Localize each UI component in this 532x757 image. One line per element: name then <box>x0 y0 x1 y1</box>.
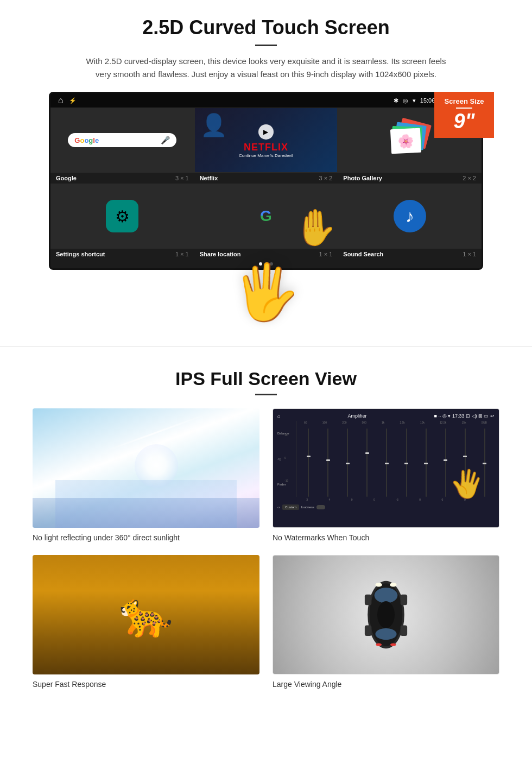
flower-image: 🌸 <box>390 128 421 154</box>
screen-size-badge: Screen Size 9" <box>434 92 494 138</box>
device-wrapper: Screen Size 9" ⌂ ⚡ ✱ ◎ ▾ 15:06 ⊡ ◁) ⊠ <box>43 92 489 319</box>
amp-custom-button[interactable]: Custom <box>282 504 299 510</box>
amp-loudness-label: loudness <box>301 506 314 509</box>
slider-thumb-10 <box>483 463 486 464</box>
svg-point-3 <box>375 628 396 640</box>
slider-thumb-8 <box>444 459 447 461</box>
amp-title: Amplifier <box>347 413 366 419</box>
svg-point-12 <box>390 643 396 646</box>
home-icon: ⌂ <box>58 96 64 105</box>
label-settings-size: 1 × 1 <box>175 251 189 257</box>
app-cell-sound[interactable]: ♪ <box>338 184 482 249</box>
sky-bottom <box>33 498 259 528</box>
settings-cell-content: ⚙ <box>51 184 194 248</box>
slider-thumb-9 <box>463 456 467 457</box>
label-google-size: 3 × 1 <box>175 175 189 181</box>
section-divider <box>0 346 532 346</box>
feature-caption-1: No light reflecting under 360° direct su… <box>33 533 259 542</box>
feature-no-reflection: No light reflecting under 360° direct su… <box>33 408 259 542</box>
slider-7 <box>426 428 427 497</box>
time-display: 15:06 <box>420 97 435 104</box>
svg-point-2 <box>375 588 398 603</box>
app-cell-share[interactable]: G 🤚 <box>194 184 338 249</box>
device-frame: ⌂ ⚡ ✱ ◎ ▾ 15:06 ⊡ ◁) ⊠ ▭ <box>49 92 483 270</box>
slider-thumb-7 <box>424 463 428 464</box>
svg-point-4 <box>377 601 395 628</box>
bluetooth-icon: ✱ <box>394 97 398 104</box>
slider-thumb-2 <box>326 459 330 461</box>
maps-icon-wrap: G <box>260 207 272 225</box>
amp-back-icon: ‹‹ <box>277 505 280 510</box>
netflix-cell-content: 👤 ▶ NETFLIX Continue Marvel's Daredevil <box>195 108 338 172</box>
badge-size: 9" <box>453 110 474 133</box>
location-icon: ◎ <box>403 97 408 104</box>
amp-status-icons: ■ ·· ◎ ▾ 17:33 ⊡ ◁) ⊠ ▭ ↩ <box>434 413 495 419</box>
badge-title: Screen Size <box>439 97 490 105</box>
label-photo-name: Photo Gallery <box>343 175 382 181</box>
label-settings: Settings shortcut 1 × 1 <box>50 249 194 260</box>
amplifier-image: ⌂ Amplifier ■ ·· ◎ ▾ 17:33 ⊡ ◁) ⊠ ▭ ↩ Ba… <box>273 409 499 527</box>
section1-title: 2.5D Curved Touch Screen <box>33 16 499 39</box>
hand-pointer-icon: 🤚 <box>293 207 337 248</box>
amp-time: 17:33 <box>452 413 465 419</box>
netflix-play-button[interactable]: ▶ <box>258 124 274 140</box>
svg-rect-7 <box>365 626 371 636</box>
label-netflix-name: Netflix <box>200 175 218 181</box>
section1-description: With 2.5D curved-display screen, this de… <box>81 55 451 81</box>
svg-point-10 <box>390 583 396 586</box>
slider-10 <box>484 428 485 497</box>
amp-sliders-area: 601002005001k2.5k10k12.5k15kSUB 100-10 <box>296 421 495 497</box>
label-netflix-size: 3 × 2 <box>319 175 333 181</box>
google-maps-icon: G <box>260 207 272 224</box>
amp-hand-icon: 🖐 <box>447 465 486 502</box>
photo-stack: 🌸 <box>391 121 429 159</box>
slider-3 <box>347 428 348 497</box>
svg-rect-5 <box>365 595 371 605</box>
feature-image-sky <box>33 408 259 528</box>
label-share-name: Share location <box>200 251 241 257</box>
app-cell-netflix[interactable]: 👤 ▶ NETFLIX Continue Marvel's Daredevil <box>194 108 338 173</box>
hand-reaching-image: 🖐 <box>43 264 489 319</box>
label-share-size: 1 × 1 <box>319 251 333 257</box>
slider-thumb-4 <box>365 452 369 454</box>
settings-icon: ⚙ <box>106 200 138 232</box>
label-google: Google 3 × 1 <box>50 173 194 184</box>
netflix-content: ▶ NETFLIX Continue Marvel's Daredevil <box>239 122 293 158</box>
feature-caption-4: Large Viewing Angle <box>273 680 499 689</box>
car-top-view <box>273 556 499 674</box>
feature-image-car <box>273 555 499 674</box>
amp-body: Balance ◁) Fader 601002005001k2.5k10k12.… <box>277 421 495 497</box>
google-cell-content: Google 🎤 <box>51 108 194 172</box>
section-ips-screen: IPS Full Screen View No light reflecting… <box>0 363 532 705</box>
netflix-logo: NETFLIX <box>239 142 293 153</box>
slider-thumb-3 <box>346 463 350 464</box>
feature-image-cheetah: 🐆 <box>33 555 259 674</box>
slider-1 <box>308 428 309 497</box>
mic-icon: 🎤 <box>161 136 170 144</box>
amp-loudness-toggle[interactable] <box>316 505 325 509</box>
app-cell-settings[interactable]: ⚙ <box>50 184 194 249</box>
svg-rect-6 <box>401 595 407 605</box>
app-grid: Google 🎤 👤 ▶ NETFLIX Conti <box>50 108 482 260</box>
google-search-bar[interactable]: Google 🎤 <box>68 133 176 147</box>
netflix-person-silhouette: 👤 <box>200 112 227 138</box>
share-cell-content: G 🤚 <box>195 184 338 248</box>
wifi-icon: ▾ <box>413 97 416 104</box>
label-sound-name: Sound Search <box>343 251 383 257</box>
svg-point-9 <box>375 583 382 586</box>
status-bar: ⌂ ⚡ ✱ ◎ ▾ 15:06 ⊡ ◁) ⊠ ▭ <box>50 93 482 108</box>
title-divider <box>255 45 277 46</box>
sound-search-icon: ♪ <box>394 200 426 232</box>
status-bar-left: ⌂ ⚡ <box>58 96 77 105</box>
feature-caption-2: No Watermarks When Touch <box>273 533 499 542</box>
amp-footer: ‹‹ Custom loudness <box>277 504 495 510</box>
svg-rect-8 <box>401 626 407 636</box>
label-sound-size: 1 × 1 <box>463 251 476 257</box>
amp-header: ⌂ Amplifier ■ ·· ◎ ▾ 17:33 ⊡ ◁) ⊠ ▭ ↩ <box>277 413 495 419</box>
app-cell-google[interactable]: Google 🎤 <box>50 108 194 173</box>
sound-cell-content: ♪ <box>338 184 481 248</box>
badge-divider <box>456 108 472 109</box>
freq-labels: 601002005001k2.5k10k12.5k15kSUB <box>296 421 495 424</box>
netflix-subtitle: Continue Marvel's Daredevil <box>239 153 293 158</box>
slider-thumb-5 <box>385 463 389 464</box>
